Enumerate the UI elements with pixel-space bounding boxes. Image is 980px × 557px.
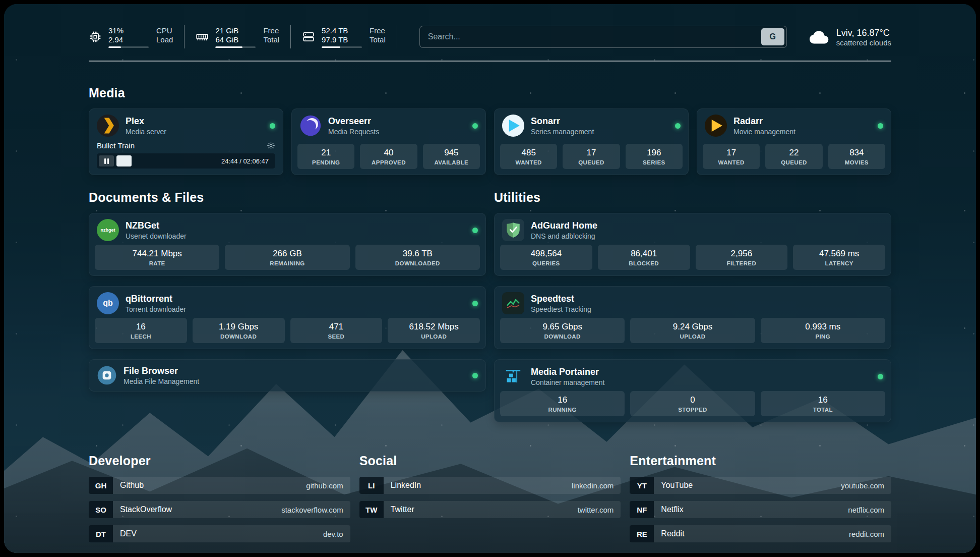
stat-value: 17: [565, 148, 618, 158]
stat-label: DOWNLOADED: [357, 260, 478, 266]
bookmark-linkedin[interactable]: LI LinkedIn linkedin.com: [359, 477, 621, 494]
app-card-nzbget[interactable]: nzbget NZBGet Usenet downloader 744.21 M…: [89, 213, 486, 276]
bookmark-github[interactable]: GH Github github.com: [89, 477, 350, 494]
stat-value: 744.21 Mbps: [97, 249, 217, 259]
stat-label: BLOCKED: [600, 260, 688, 266]
pause-button[interactable]: [99, 155, 114, 166]
bookmark-name: Github: [120, 481, 144, 490]
bookmark-url: netflix.com: [848, 506, 884, 514]
app-subtitle: Media Requests: [328, 128, 379, 136]
app-card-sonarr[interactable]: Sonarr Series management 485 WANTED 17 Q…: [494, 108, 689, 175]
app-card-filebrowser[interactable]: File Browser Media File Management: [89, 359, 486, 392]
app-card-overseerr[interactable]: Overseerr Media Requests 21 PENDING 40 A…: [291, 108, 486, 175]
bookmark-group-developer: Developer GH Github github.com SO StackO…: [89, 454, 350, 549]
app-name: Overseerr: [328, 116, 379, 127]
bookmark-name: LinkedIn: [391, 481, 421, 490]
settings-gear-icon[interactable]: [267, 141, 275, 150]
cpu-icon: [89, 30, 102, 43]
search-input[interactable]: [420, 26, 759, 47]
stat-queued: 22 QUEUED: [765, 144, 822, 169]
speedtest-icon: [502, 292, 524, 314]
bookmark-reddit[interactable]: RE Reddit reddit.com: [630, 525, 891, 542]
bookmark-url: stackoverflow.com: [281, 506, 343, 514]
bookmark-abbr: LI: [359, 477, 384, 494]
app-subtitle: Speedtest Tracking: [531, 305, 591, 313]
portainer-icon: [502, 365, 524, 387]
stat-movies: 834 MOVIES: [828, 144, 885, 169]
storage-free: 52.4 TB: [322, 26, 362, 35]
app-subtitle: Series management: [531, 128, 594, 136]
cpu-label-top: CPU: [156, 26, 173, 35]
memory-usage-bar: [215, 46, 256, 48]
stat-downloaded: 39.6 TB DOWNLOADED: [355, 245, 480, 270]
stat-value: 196: [628, 148, 681, 158]
bookmark-stackoverflow[interactable]: SO StackOverflow stackoverflow.com: [89, 501, 350, 518]
bookmark-dev[interactable]: DT DEV dev.to: [89, 525, 350, 542]
memory-total: 64 GiB: [215, 35, 256, 44]
stat-remaining: 266 GB REMAINING: [225, 245, 349, 270]
stat-label: LEECH: [97, 333, 185, 340]
stat-label: PING: [763, 333, 883, 340]
playback-progress[interactable]: [116, 155, 216, 166]
stat-label: FILTERED: [698, 260, 786, 266]
app-card-radarr[interactable]: Radarr Movie management 17 WANTED 22 QUE…: [697, 108, 891, 175]
app-subtitle: Usenet downloader: [126, 232, 187, 240]
radarr-icon: [705, 115, 727, 137]
stat-label: REMAINING: [227, 260, 347, 266]
stat-queries: 498,564 QUERIES: [500, 245, 592, 270]
status-online-dot: [270, 123, 275, 129]
stat-value: 471: [292, 322, 381, 332]
stat-label: APPROVED: [362, 159, 415, 165]
stat-blocked: 86,401 BLOCKED: [598, 245, 690, 270]
bookmark-group-entertainment: Entertainment YT YouTube youtube.com NF …: [630, 454, 891, 549]
bookmark-youtube[interactable]: YT YouTube youtube.com: [630, 477, 891, 494]
bookmark-netflix[interactable]: NF Netflix netflix.com: [630, 501, 891, 518]
stat-value: 17: [705, 148, 758, 158]
stat-value: 9.24 Gbps: [632, 322, 753, 332]
bookmark-twitter[interactable]: TW Twitter twitter.com: [359, 501, 621, 518]
bookmark-group-social: Social LI LinkedIn linkedin.com TW Twitt…: [359, 454, 621, 549]
stat-value: 1.19 Gbps: [195, 322, 283, 332]
memory-stat: 21 GiB 64 GiB Free Total: [185, 25, 291, 48]
app-card-portainer[interactable]: Media Portainer Container management 16 …: [494, 359, 891, 422]
status-online-dot: [472, 301, 478, 306]
documents-section: Documents & Files nzbget NZBGet Usenet d…: [89, 190, 486, 392]
app-card-speedtest[interactable]: Speedtest Speedtest Tracking 9.65 Gbps D…: [494, 286, 891, 349]
memory-free: 21 GiB: [215, 26, 256, 35]
utilities-section: Utilities: [494, 190, 891, 422]
bookmark-abbr: YT: [630, 477, 654, 494]
app-card-qbittorrent[interactable]: qb qBittorrent Torrent downloader 16 LEE…: [89, 286, 486, 349]
stat-label: TOTAL: [763, 407, 883, 413]
stat-label: QUERIES: [502, 260, 590, 266]
header: 31% 2.94 CPU Load: [89, 25, 891, 48]
stat-value: 22: [767, 148, 820, 158]
app-name: Plex: [126, 116, 166, 127]
app-card-adguard[interactable]: AdGuard Home DNS and adblocking 498,564 …: [494, 213, 891, 276]
app-subtitle: Media File Management: [124, 377, 199, 385]
cpu-usage-bar: [108, 46, 149, 48]
media-section: Media Plex Media server: [89, 86, 891, 175]
storage-label-top: Free: [370, 26, 386, 35]
bookmark-abbr: RE: [630, 525, 654, 542]
weather-widget: Lviv, 16.87°C scattered clouds: [809, 27, 891, 47]
playback-time: 24:44 / 02:06:47: [216, 157, 273, 165]
search-bar[interactable]: G: [419, 26, 787, 48]
social-title: Social: [359, 454, 621, 468]
app-card-plex[interactable]: Plex Media server Bullet Train: [89, 108, 283, 175]
stat-pending: 21 PENDING: [297, 144, 354, 169]
bookmark-abbr: TW: [359, 501, 384, 518]
storage-usage-bar: [322, 46, 362, 48]
search-engine-button[interactable]: G: [761, 28, 784, 45]
qbittorrent-icon-label: qb: [103, 299, 113, 308]
app-subtitle: Torrent downloader: [126, 305, 186, 313]
app-subtitle: Movie management: [733, 128, 795, 136]
app-name: Speedtest: [531, 294, 591, 304]
app-name: NZBGet: [126, 220, 187, 231]
stat-wanted: 17 WANTED: [703, 144, 760, 169]
bookmark-name: DEV: [120, 529, 137, 538]
stat-label: QUEUED: [565, 159, 618, 165]
stat-value: 834: [830, 148, 883, 158]
stat-upload: 9.24 Gbps UPLOAD: [630, 318, 755, 343]
app-name: AdGuard Home: [531, 220, 597, 231]
stat-value: 16: [502, 395, 623, 405]
